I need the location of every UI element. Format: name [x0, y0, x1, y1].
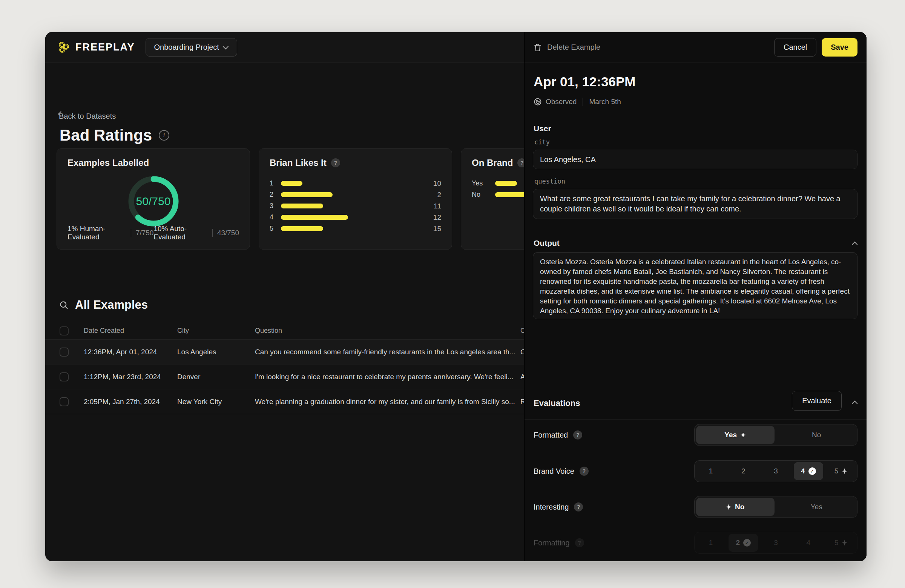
- row-checkbox[interactable]: [60, 397, 68, 406]
- rating-option[interactable]: 5: [826, 462, 856, 480]
- brand: FREEPLAY: [57, 41, 135, 54]
- donut-label: 50/750: [125, 173, 182, 230]
- card-stats: 1% Human-Evaluated 7/750 10% Auto-Evalua…: [68, 225, 239, 241]
- formatted-toggle: Yes No: [694, 424, 857, 446]
- bar: [281, 204, 323, 208]
- toggle-option-label: Yes: [724, 431, 737, 439]
- cell-date: 12:36PM, Apr 01, 2024: [84, 348, 177, 356]
- help-icon[interactable]: ?: [331, 158, 340, 167]
- bar-label: 2: [270, 191, 281, 199]
- question-field-label: question: [534, 178, 565, 185]
- info-icon[interactable]: i: [159, 130, 169, 141]
- output-textarea[interactable]: Osteria Mozza. Osteria Mozza is a celebr…: [533, 252, 857, 319]
- back-to-datasets-link[interactable]: Back to Datasets: [59, 112, 116, 120]
- project-selector-label: Onboarding Project: [154, 43, 219, 52]
- app-window: FREEPLAY Onboarding Project Back to Data…: [45, 32, 867, 561]
- bar-value: 2: [422, 191, 441, 199]
- card-title: On Brand: [472, 158, 513, 168]
- cancel-button[interactable]: Cancel: [774, 38, 816, 57]
- bar-label: 4: [270, 213, 281, 221]
- row-checkbox[interactable]: [60, 372, 68, 382]
- toggle-option[interactable]: Yes: [696, 426, 775, 444]
- output-section-label: Output: [533, 239, 560, 248]
- help-icon[interactable]: ?: [575, 538, 584, 547]
- row-checkbox[interactable]: [60, 347, 68, 357]
- bar-row: 5 15: [270, 226, 441, 231]
- bar-row: 4 12: [270, 215, 441, 220]
- detail-header: Delete Example Cancel Save: [524, 32, 867, 63]
- help-icon[interactable]: ?: [574, 502, 583, 512]
- rating-option-label: 5: [835, 539, 838, 547]
- check-icon: ✓: [743, 539, 751, 547]
- save-button[interactable]: Save: [822, 38, 857, 57]
- rating-option-label: 2: [736, 539, 740, 547]
- stat-separator: [212, 229, 213, 237]
- toggle-option[interactable]: No: [778, 426, 856, 444]
- stat-label: 1% Human-Evaluated: [68, 225, 126, 241]
- rating-option-label: 1: [709, 467, 713, 475]
- evaluate-button[interactable]: Evaluate: [792, 391, 841, 411]
- rating-option[interactable]: 5: [826, 534, 856, 552]
- output-collapse-chevron-icon[interactable]: [852, 242, 858, 248]
- rating-option[interactable]: 3: [761, 462, 791, 480]
- all-examples-header: All Examples: [59, 298, 148, 312]
- card-title: Brian Likes It: [270, 158, 327, 168]
- toggle-option[interactable]: Yes: [778, 498, 856, 516]
- question-input[interactable]: What are some great restaurants I can ta…: [533, 189, 857, 219]
- rating-option-label: 4: [801, 467, 805, 475]
- all-examples-title: All Examples: [75, 298, 148, 312]
- interesting-toggle: No Yes: [694, 496, 857, 518]
- toggle-option-label: No: [735, 503, 745, 511]
- help-icon[interactable]: ?: [573, 430, 582, 439]
- back-link-label: Back to Datasets: [59, 112, 116, 120]
- stat-separator: [131, 229, 131, 237]
- observed-row: Observed March 5th: [533, 98, 621, 106]
- rating-option-label: 5: [835, 467, 838, 475]
- toggle-option-label: Yes: [811, 503, 822, 511]
- bar-row: 1 10: [270, 181, 441, 186]
- toggle-option[interactable]: No: [696, 498, 775, 516]
- sparkle-icon: [841, 469, 847, 474]
- rating-option[interactable]: 1: [696, 534, 726, 552]
- brand-name: FREEPLAY: [75, 41, 135, 53]
- evaluations-collapse-chevron-icon[interactable]: [852, 401, 858, 407]
- toggle-option-label: No: [812, 431, 821, 439]
- rating-option[interactable]: 4: [794, 534, 823, 552]
- page-title: Bad Ratings: [60, 126, 152, 144]
- bar-label: No: [472, 191, 495, 199]
- rating-option-label: 3: [774, 467, 778, 475]
- cell-city: Los Angeles: [177, 348, 255, 356]
- search-icon[interactable]: [59, 300, 69, 310]
- help-icon[interactable]: ?: [580, 467, 589, 475]
- project-selector[interactable]: Onboarding Project: [146, 38, 237, 57]
- column-header: City: [177, 327, 255, 335]
- chevron-down-icon: [222, 44, 229, 50]
- eval-label: Formatted: [533, 431, 568, 439]
- rating-option[interactable]: 3: [761, 534, 791, 552]
- example-detail-panel: Delete Example Cancel Save Apr 01, 12:36…: [524, 32, 867, 561]
- delete-example-button[interactable]: Delete Example: [533, 43, 600, 52]
- bar-value: 12: [422, 213, 441, 222]
- rating-option-label: 4: [806, 539, 810, 547]
- title-row: Bad Ratings i: [60, 126, 169, 144]
- bar-row: 3 11: [270, 204, 441, 208]
- cell-question: I'm looking for a nice restaurant to cel…: [255, 373, 520, 381]
- bar-label: 3: [270, 202, 281, 210]
- column-header: Question: [255, 327, 520, 335]
- rating-option[interactable]: 2 ✓: [729, 534, 758, 552]
- eval-row-interesting: Interesting ? No Yes: [524, 496, 867, 518]
- bar: [281, 192, 333, 197]
- sparkle-icon: [841, 540, 847, 546]
- card-examples-labelled: Examples Labelled 50/750 1% Human-Evalua…: [57, 148, 250, 250]
- examples-donut-chart: 50/750: [125, 173, 182, 230]
- rating-option-label: 1: [709, 539, 713, 547]
- city-input[interactable]: Los Angeles, CA: [533, 150, 857, 169]
- eval-label: Interesting: [533, 503, 568, 512]
- bar: [281, 215, 348, 220]
- rating-option[interactable]: 4 ✓: [794, 462, 823, 480]
- select-all-checkbox[interactable]: [60, 326, 68, 336]
- rating-option[interactable]: 2: [729, 462, 758, 480]
- freeplay-logo-icon: [57, 41, 71, 54]
- rating-option-label: 3: [774, 539, 778, 547]
- rating-option[interactable]: 1: [696, 462, 726, 480]
